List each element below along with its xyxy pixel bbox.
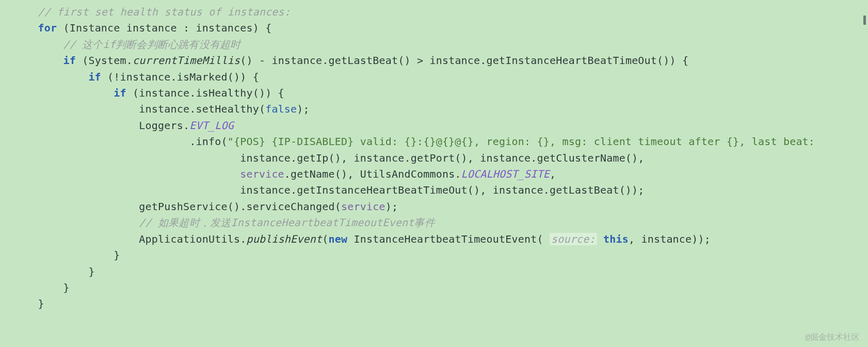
line: instance.setHealthy(false); [0, 103, 310, 115]
literal-false: false [265, 103, 297, 115]
brace-close: } [114, 249, 120, 261]
line: } [0, 297, 44, 310]
scrollbar-track[interactable] [861, 0, 868, 347]
code-block: // first set health status of instances:… [0, 0, 868, 312]
const-localhost-site: LOCALHOST_SITE [461, 168, 550, 180]
watermark: @掘金技术社区 [805, 332, 860, 343]
kw-for: for [38, 22, 57, 34]
line: .info("{POS} {IP-DISABLED} valid: {}:{}@… [0, 135, 815, 148]
kw-this: this [603, 233, 629, 245]
line: Loggers.EVT_LOG [0, 119, 234, 132]
string-log-format: "{POS} {IP-DISABLED} valid: {}:{}@{}@{},… [228, 135, 815, 148]
comment-timeout-event-zh: // 如果超时，发送InstanceHeartbeatTimeoutEvent事… [139, 216, 435, 229]
line: service.getName(), UtilsAndCommons.LOCAL… [0, 168, 556, 180]
line: if (!instance.isMarked()) { [0, 71, 259, 83]
brace-close: } [38, 297, 44, 310]
line: // 如果超时，发送InstanceHeartbeatTimeoutEvent事… [0, 216, 435, 229]
method-currentTimeMillis: currentTimeMillis [133, 54, 240, 67]
kw-new: new [329, 233, 348, 245]
inlay-hint-source: source: [550, 233, 597, 245]
line: ApplicationUtils.publishEvent(new Instan… [0, 233, 711, 245]
comment-first-set: // first set health status of instances: [38, 6, 291, 18]
brace-close: } [88, 265, 94, 278]
param-service: service [240, 168, 284, 180]
line: } [0, 249, 120, 261]
kw-if: if [88, 71, 101, 83]
line: // 这个if判断会判断心跳有没有超时 [0, 38, 240, 51]
line: } [0, 265, 95, 278]
param-service: service [341, 200, 385, 213]
kw-if: if [63, 54, 75, 67]
kw-if: if [114, 87, 126, 99]
method-publishEvent: publishEvent [246, 233, 322, 245]
const-evt-log: EVT_LOG [189, 119, 234, 132]
line: for (Instance instance : instances) { [0, 22, 271, 34]
line: // first set health status of instances: [0, 6, 291, 18]
brace-close: } [63, 281, 69, 294]
minimap-marker [863, 15, 866, 25]
line: } [0, 281, 70, 294]
line: if (instance.isHealthy()) { [0, 87, 284, 99]
line: if (System.currentTimeMillis() - instanc… [0, 54, 688, 67]
line: instance.getInstanceHeartBeatTimeOut(), … [0, 184, 645, 196]
comment-heartbeat-zh: // 这个if判断会判断心跳有没有超时 [63, 38, 240, 51]
line: getPushService().serviceChanged(service)… [0, 200, 398, 213]
line: instance.getIp(), instance.getPort(), in… [0, 152, 645, 164]
